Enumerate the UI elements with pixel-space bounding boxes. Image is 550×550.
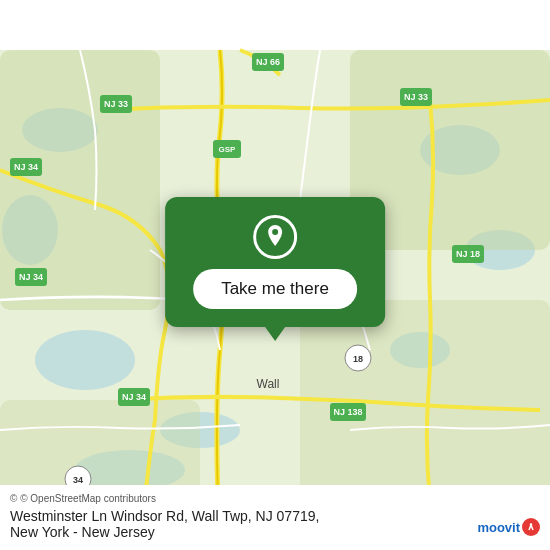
address-line: Westminster Ln Windsor Rd, Wall Twp, NJ … <box>10 508 540 540</box>
svg-text:NJ 66: NJ 66 <box>256 57 280 67</box>
svg-text:Wall: Wall <box>257 377 280 391</box>
svg-text:NJ 18: NJ 18 <box>456 249 480 259</box>
svg-text:NJ 33: NJ 33 <box>104 99 128 109</box>
popup-pointer <box>265 327 285 341</box>
map-attribution: © © OpenStreetMap contributors <box>10 493 540 504</box>
copyright-symbol: © <box>10 493 17 504</box>
svg-text:NJ 34: NJ 34 <box>19 272 43 282</box>
svg-text:GSP: GSP <box>219 145 237 154</box>
attribution-text: © OpenStreetMap contributors <box>20 493 156 504</box>
svg-text:NJ 34: NJ 34 <box>122 392 146 402</box>
region-text: New York - New Jersey <box>10 524 155 540</box>
svg-point-3 <box>35 330 135 390</box>
bottom-bar: © © OpenStreetMap contributors Westminst… <box>0 485 550 550</box>
moovit-logo: moovit <box>477 518 540 536</box>
svg-point-40 <box>530 523 532 525</box>
svg-text:18: 18 <box>353 354 363 364</box>
location-pin-icon <box>253 215 297 259</box>
brand-name: moovit <box>477 520 520 535</box>
svg-text:NJ 33: NJ 33 <box>404 92 428 102</box>
svg-text:34: 34 <box>73 475 83 485</box>
svg-text:NJ 34: NJ 34 <box>14 162 38 172</box>
svg-text:NJ 138: NJ 138 <box>333 407 362 417</box>
brand-dot <box>522 518 540 536</box>
svg-point-38 <box>272 229 278 235</box>
take-me-there-button[interactable]: Take me there <box>193 269 357 309</box>
map-container: NJ 66 NJ 33 NJ 33 NJ 34 NJ 34 NJ 34 NJ 1… <box>0 0 550 550</box>
address-text: Westminster Ln Windsor Rd, Wall Twp, NJ … <box>10 508 319 524</box>
location-popup: Take me there <box>165 197 385 327</box>
